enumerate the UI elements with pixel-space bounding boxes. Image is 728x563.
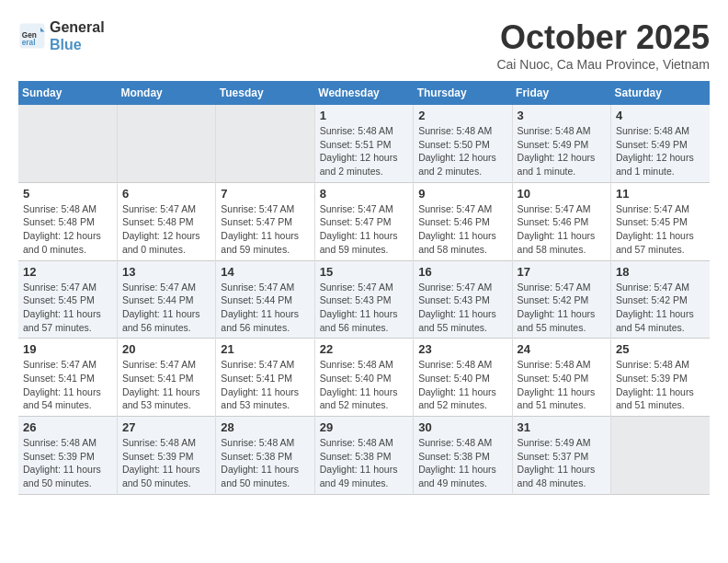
day-info: Sunrise: 5:47 AMSunset: 5:46 PMDaylight:… [418,202,506,257]
header-friday: Friday [512,81,610,105]
day-info: Sunrise: 5:48 AMSunset: 5:50 PMDaylight:… [418,124,506,178]
day-info: Sunrise: 5:47 AMSunset: 5:42 PMDaylight:… [518,281,606,335]
calendar-table: Sunday Monday Tuesday Wednesday Thursday… [18,81,710,495]
day-number: 25 [616,342,705,356]
day-number: 6 [122,187,210,201]
day-number: 2 [418,109,506,122]
day-info: Sunrise: 5:47 AMSunset: 5:41 PMDaylight:… [23,358,112,412]
day-info: Sunrise: 5:47 AMSunset: 5:45 PMDaylight:… [616,202,705,257]
day-number: 17 [518,265,606,279]
calendar-cell: 29Sunrise: 5:48 AMSunset: 5:38 PMDayligh… [314,417,413,495]
day-info: Sunrise: 5:47 AMSunset: 5:41 PMDaylight:… [221,358,309,412]
day-info: Sunrise: 5:47 AMSunset: 5:47 PMDaylight:… [221,202,309,257]
day-info: Sunrise: 5:48 AMSunset: 5:38 PMDaylight:… [418,436,506,490]
day-info: Sunrise: 5:47 AMSunset: 5:44 PMDaylight:… [122,281,210,335]
week-row-1: 1Sunrise: 5:48 AMSunset: 5:51 PMDaylight… [18,105,710,182]
calendar-cell: 14Sunrise: 5:47 AMSunset: 5:44 PMDayligh… [216,260,314,339]
calendar-cell: 26Sunrise: 5:48 AMSunset: 5:39 PMDayligh… [18,417,117,495]
day-number: 5 [23,187,112,201]
calendar-cell: 31Sunrise: 5:49 AMSunset: 5:37 PMDayligh… [512,417,610,495]
svg-text:eral: eral [22,39,36,47]
day-number: 18 [616,265,705,279]
week-row-3: 12Sunrise: 5:47 AMSunset: 5:45 PMDayligh… [18,260,710,339]
calendar-cell: 5Sunrise: 5:48 AMSunset: 5:48 PMDaylight… [18,182,117,260]
day-info: Sunrise: 5:48 AMSunset: 5:49 PMDaylight:… [616,124,705,178]
day-info: Sunrise: 5:48 AMSunset: 5:40 PMDaylight:… [418,358,506,412]
day-number: 23 [418,342,506,356]
calendar-cell: 23Sunrise: 5:48 AMSunset: 5:40 PMDayligh… [414,339,512,417]
calendar-cell: 18Sunrise: 5:47 AMSunset: 5:42 PMDayligh… [611,260,710,339]
header-row: Sunday Monday Tuesday Wednesday Thursday… [18,81,710,105]
calendar-cell: 30Sunrise: 5:48 AMSunset: 5:38 PMDayligh… [414,417,512,495]
day-info: Sunrise: 5:47 AMSunset: 5:43 PMDaylight:… [320,281,408,335]
week-row-2: 5Sunrise: 5:48 AMSunset: 5:48 PMDaylight… [18,182,710,260]
day-number: 28 [221,420,309,434]
day-info: Sunrise: 5:47 AMSunset: 5:46 PMDaylight:… [518,202,606,257]
day-number: 30 [418,420,506,434]
day-number: 9 [418,187,506,201]
day-info: Sunrise: 5:48 AMSunset: 5:39 PMDaylight:… [122,436,210,490]
calendar-cell [216,105,314,182]
calendar-cell: 19Sunrise: 5:47 AMSunset: 5:41 PMDayligh… [18,339,117,417]
calendar-cell: 1Sunrise: 5:48 AMSunset: 5:51 PMDaylight… [314,105,413,182]
header-monday: Monday [117,81,215,105]
calendar-cell: 4Sunrise: 5:48 AMSunset: 5:49 PMDaylight… [611,105,710,182]
day-number: 19 [23,342,112,356]
calendar-cell: 28Sunrise: 5:48 AMSunset: 5:38 PMDayligh… [216,417,314,495]
day-info: Sunrise: 5:47 AMSunset: 5:41 PMDaylight:… [122,358,210,412]
calendar-cell [611,417,710,495]
day-number: 31 [518,420,606,434]
day-number: 3 [518,109,606,122]
week-row-5: 26Sunrise: 5:48 AMSunset: 5:39 PMDayligh… [18,417,710,495]
calendar-cell: 22Sunrise: 5:48 AMSunset: 5:40 PMDayligh… [314,339,413,417]
header-thursday: Thursday [414,81,512,105]
day-info: Sunrise: 5:47 AMSunset: 5:45 PMDaylight:… [23,281,112,335]
day-number: 1 [320,109,408,122]
calendar-cell: 17Sunrise: 5:47 AMSunset: 5:42 PMDayligh… [512,260,610,339]
day-number: 16 [418,265,506,279]
day-info: Sunrise: 5:47 AMSunset: 5:42 PMDaylight:… [616,281,705,335]
logo-line2: Blue [50,36,105,53]
calendar-cell: 13Sunrise: 5:47 AMSunset: 5:44 PMDayligh… [117,260,215,339]
logo: Gen eral General Blue [18,18,105,53]
page-header: Gen eral General Blue October 2025 Cai N… [18,18,710,72]
calendar-cell: 20Sunrise: 5:47 AMSunset: 5:41 PMDayligh… [117,339,215,417]
calendar-cell: 15Sunrise: 5:47 AMSunset: 5:43 PMDayligh… [314,260,413,339]
calendar-cell: 27Sunrise: 5:48 AMSunset: 5:39 PMDayligh… [117,417,215,495]
day-number: 11 [616,187,705,201]
calendar-cell: 9Sunrise: 5:47 AMSunset: 5:46 PMDaylight… [414,182,512,260]
header-tuesday: Tuesday [216,81,314,105]
week-row-4: 19Sunrise: 5:47 AMSunset: 5:41 PMDayligh… [18,339,710,417]
day-info: Sunrise: 5:47 AMSunset: 5:43 PMDaylight:… [418,281,506,335]
calendar-cell: 2Sunrise: 5:48 AMSunset: 5:50 PMDaylight… [414,105,512,182]
calendar-cell: 11Sunrise: 5:47 AMSunset: 5:45 PMDayligh… [611,182,710,260]
day-info: Sunrise: 5:48 AMSunset: 5:48 PMDaylight:… [23,202,112,257]
day-number: 10 [518,187,606,201]
day-number: 20 [122,342,210,356]
calendar-cell: 10Sunrise: 5:47 AMSunset: 5:46 PMDayligh… [512,182,610,260]
day-number: 12 [23,265,112,279]
day-info: Sunrise: 5:48 AMSunset: 5:51 PMDaylight:… [320,124,408,178]
header-wednesday: Wednesday [314,81,413,105]
day-info: Sunrise: 5:48 AMSunset: 5:38 PMDaylight:… [221,436,309,490]
logo-line1: General [50,18,105,36]
calendar-cell: 7Sunrise: 5:47 AMSunset: 5:47 PMDaylight… [216,182,314,260]
calendar-cell: 25Sunrise: 5:48 AMSunset: 5:39 PMDayligh… [611,339,710,417]
day-info: Sunrise: 5:48 AMSunset: 5:39 PMDaylight:… [23,436,112,490]
day-info: Sunrise: 5:49 AMSunset: 5:37 PMDaylight:… [518,436,606,490]
day-info: Sunrise: 5:47 AMSunset: 5:44 PMDaylight:… [221,281,309,335]
calendar-cell: 21Sunrise: 5:47 AMSunset: 5:41 PMDayligh… [216,339,314,417]
day-number: 27 [122,420,210,434]
title-section: October 2025 Cai Nuoc, Ca Mau Province, … [496,18,710,72]
day-number: 24 [518,342,606,356]
calendar-cell: 6Sunrise: 5:47 AMSunset: 5:48 PMDaylight… [117,182,215,260]
header-saturday: Saturday [611,81,710,105]
calendar-cell: 3Sunrise: 5:48 AMSunset: 5:49 PMDaylight… [512,105,610,182]
day-number: 21 [221,342,309,356]
day-number: 29 [320,420,408,434]
day-number: 14 [221,265,309,279]
day-number: 26 [23,420,112,434]
day-info: Sunrise: 5:48 AMSunset: 5:49 PMDaylight:… [518,124,606,178]
logo-icon: Gen eral [18,22,46,50]
day-info: Sunrise: 5:47 AMSunset: 5:47 PMDaylight:… [320,202,408,257]
